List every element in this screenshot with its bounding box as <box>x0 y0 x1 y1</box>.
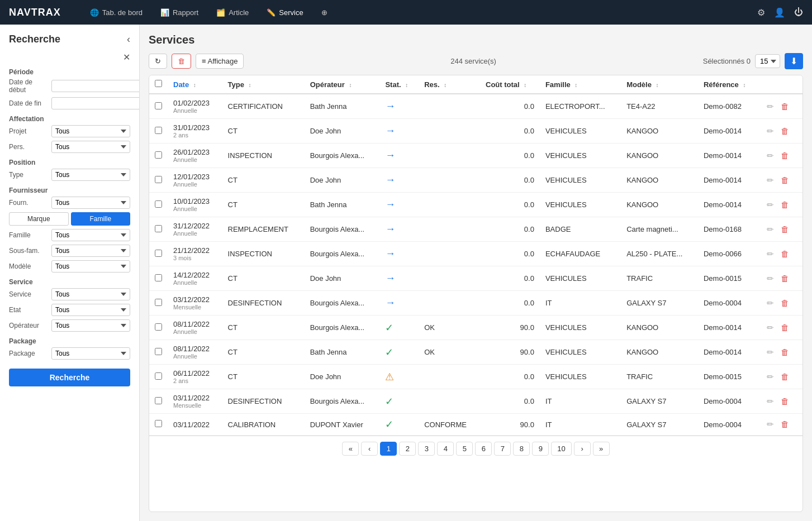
cell-res: CONFORME <box>419 414 480 436</box>
sous-fam-select[interactable]: Tous <box>51 245 130 257</box>
user-icon[interactable]: 👤 <box>774 7 785 18</box>
page-6-button[interactable]: 6 <box>475 442 492 456</box>
edit-button[interactable]: ✏ <box>764 418 776 431</box>
header-modele[interactable]: Modèle ↕ <box>621 75 698 94</box>
page-7-button[interactable]: 7 <box>494 442 511 456</box>
row-checkbox[interactable] <box>155 420 162 427</box>
page-8-button[interactable]: 8 <box>513 442 530 456</box>
row-delete-button[interactable]: 🗑 <box>778 199 791 211</box>
edit-button[interactable]: ✏ <box>764 199 776 211</box>
header-type[interactable]: Type ↕ <box>222 75 305 94</box>
page-4-button[interactable]: 4 <box>437 442 454 456</box>
row-delete-button[interactable]: 🗑 <box>778 174 791 186</box>
nav-add[interactable]: ⊕ <box>315 5 334 20</box>
row-checkbox[interactable] <box>155 200 162 208</box>
row-checkbox[interactable] <box>155 372 162 380</box>
row-checkbox[interactable] <box>155 102 162 109</box>
edit-button[interactable]: ✏ <box>764 248 776 260</box>
edit-button[interactable]: ✏ <box>764 322 776 334</box>
row-delete-button[interactable]: 🗑 <box>778 297 791 309</box>
header-reference[interactable]: Référence ↕ <box>698 75 759 94</box>
header-cout[interactable]: Coût total ↕ <box>480 75 540 94</box>
header-date[interactable]: Date ↕ <box>168 75 222 94</box>
delete-button[interactable]: 🗑 <box>172 54 191 69</box>
edit-button[interactable]: ✏ <box>764 395 776 408</box>
row-delete-button[interactable]: 🗑 <box>778 101 791 112</box>
affichage-button[interactable]: ≡ Affichage <box>196 54 244 69</box>
edit-button[interactable]: ✏ <box>764 273 776 285</box>
date-debut-input[interactable] <box>51 80 140 92</box>
famille-select[interactable]: Tous <box>51 229 130 241</box>
row-delete-button[interactable]: 🗑 <box>778 223 791 235</box>
row-delete-button[interactable]: 🗑 <box>778 418 791 430</box>
export-button[interactable]: ⬇ <box>785 53 803 69</box>
nav-rapport[interactable]: 📊 Rapport <box>154 5 205 20</box>
edit-button[interactable]: ✏ <box>764 101 776 113</box>
nav-service[interactable]: ✏️ Service <box>260 5 310 20</box>
fourn-select[interactable]: Tous <box>51 197 130 209</box>
row-delete-button[interactable]: 🗑 <box>778 273 791 284</box>
row-delete-button[interactable]: 🗑 <box>778 346 791 358</box>
edit-button[interactable]: ✏ <box>764 346 776 359</box>
row-delete-button[interactable]: 🗑 <box>778 248 791 260</box>
row-delete-button[interactable]: 🗑 <box>778 125 791 137</box>
header-stat[interactable]: Stat. ↕ <box>379 75 419 94</box>
page-last-button[interactable]: » <box>593 442 610 456</box>
search-button[interactable]: Recherche <box>9 369 130 386</box>
modele-select[interactable]: Tous <box>51 260 130 273</box>
row-checkbox[interactable] <box>155 250 162 257</box>
date-fin-input[interactable]: 14/02/2023 <box>51 97 140 109</box>
row-checkbox[interactable] <box>155 151 162 159</box>
pers-select[interactable]: Tous <box>51 141 130 153</box>
page-first-button[interactable]: « <box>342 442 359 456</box>
type-select[interactable]: Tous <box>51 169 130 181</box>
power-icon[interactable]: ⏻ <box>794 7 803 17</box>
edit-button[interactable]: ✏ <box>764 125 776 137</box>
cell-modele: KANGOO <box>621 144 698 168</box>
sidebar-collapse-button[interactable]: ‹ <box>127 34 130 45</box>
row-checkbox[interactable] <box>155 299 162 306</box>
header-operateur[interactable]: Opérateur ↕ <box>305 75 380 94</box>
cell-res <box>419 291 480 316</box>
service-select[interactable]: Tous <box>51 288 130 300</box>
page-9-button[interactable]: 9 <box>532 442 549 456</box>
row-delete-button[interactable]: 🗑 <box>778 395 791 407</box>
page-2-button[interactable]: 2 <box>399 442 416 456</box>
row-checkbox[interactable] <box>155 323 162 331</box>
edit-button[interactable]: ✏ <box>764 150 776 162</box>
settings-icon[interactable]: ⚙ <box>757 7 765 18</box>
etat-select[interactable]: Tous <box>51 304 130 316</box>
sidebar-clear-button[interactable]: ✕ <box>123 52 130 62</box>
refresh-button[interactable]: ↻ <box>149 54 167 69</box>
page-3-button[interactable]: 3 <box>418 442 435 456</box>
select-all-checkbox[interactable] <box>155 80 162 87</box>
row-checkbox[interactable] <box>155 348 162 355</box>
nav-dashboard[interactable]: 🌐 Tab. de bord <box>83 5 149 20</box>
page-1-button[interactable]: 1 <box>380 442 397 456</box>
row-delete-button[interactable]: 🗑 <box>778 150 791 161</box>
row-checkbox[interactable] <box>155 397 162 404</box>
famille-toggle-button[interactable]: Famille <box>71 212 131 226</box>
page-prev-button[interactable]: ‹ <box>361 442 378 456</box>
nav-article[interactable]: 🗂️ Article <box>210 5 255 20</box>
row-checkbox[interactable] <box>155 274 162 281</box>
page-10-button[interactable]: 10 <box>551 442 571 456</box>
page-size-select[interactable]: 15 5 10 25 50 <box>755 54 780 68</box>
marque-toggle-button[interactable]: Marque <box>9 212 69 226</box>
package-select[interactable]: Tous <box>51 347 130 360</box>
edit-button[interactable]: ✏ <box>764 174 776 187</box>
row-delete-button[interactable]: 🗑 <box>778 322 791 333</box>
projet-select[interactable]: Tous <box>51 125 130 137</box>
header-res[interactable]: Res. ↕ <box>419 75 480 94</box>
page-5-button[interactable]: 5 <box>456 442 473 456</box>
header-famille[interactable]: Famille ↕ <box>540 75 621 94</box>
row-checkbox[interactable] <box>155 225 162 232</box>
edit-button[interactable]: ✏ <box>764 223 776 236</box>
row-delete-button[interactable]: 🗑 <box>778 371 791 383</box>
edit-button[interactable]: ✏ <box>764 371 776 383</box>
row-checkbox[interactable] <box>155 127 162 134</box>
edit-button[interactable]: ✏ <box>764 297 776 309</box>
row-checkbox[interactable] <box>155 176 162 183</box>
operateur-select[interactable]: Tous <box>51 319 130 332</box>
page-next-button[interactable]: › <box>574 442 591 456</box>
